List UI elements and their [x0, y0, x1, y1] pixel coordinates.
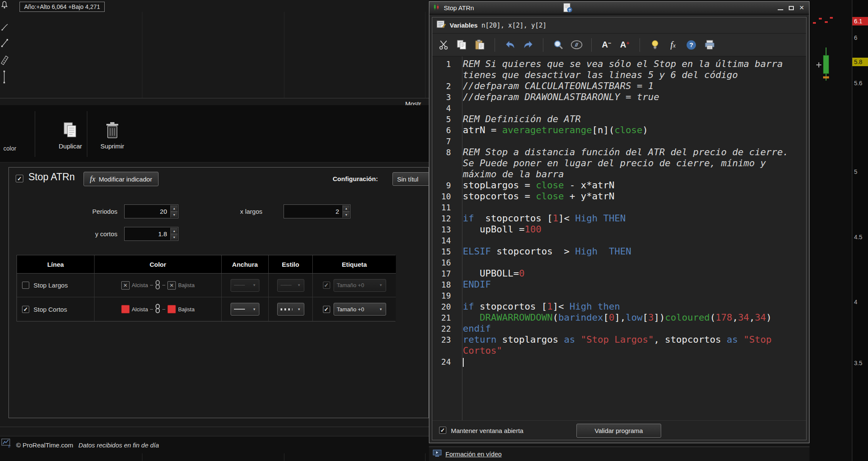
toolbar-separator	[591, 38, 592, 52]
code-line[interactable]: 12if stopcortos [1]< High THEN	[432, 213, 806, 224]
periodos-stepper[interactable]	[170, 205, 178, 218]
font-smaller-icon[interactable]: A−	[601, 39, 612, 51]
help-icon[interactable]: ?	[685, 39, 697, 51]
stop-cortos-checkbox[interactable]	[22, 306, 29, 313]
line-number: 4	[432, 103, 456, 114]
indicator-enabled-checkbox[interactable]	[16, 175, 23, 182]
code-line[interactable]: 3//defparam DRAWONLASTBARONLY = true	[432, 92, 806, 103]
code-line[interactable]: 11	[432, 202, 806, 213]
code-text: if stopcortos [1]< High THEN	[456, 213, 802, 224]
hint-icon[interactable]	[649, 39, 661, 51]
search-icon[interactable]	[552, 39, 564, 51]
code-area[interactable]: 1REM Si quieres que se vea sólo el Stop …	[432, 56, 806, 420]
help-doc-icon[interactable]: ?	[563, 3, 573, 15]
code-line[interactable]: 8REM Stop a distancia función del ATR de…	[432, 147, 806, 180]
stop-largos-checkbox[interactable]	[22, 282, 29, 289]
delete-button[interactable]: Suprimir	[94, 121, 131, 150]
timeframe-icon[interactable]: F	[1, 438, 11, 450]
step-up-icon[interactable]	[171, 205, 178, 212]
bell-icon[interactable]	[1, 1, 8, 11]
code-line[interactable]: 13 upBoll =100	[432, 224, 806, 235]
code-line[interactable]: 20if stopcortos [1]< High then	[432, 301, 806, 312]
alcista-color-swatch[interactable]	[121, 305, 130, 313]
link-colors-icon[interactable]	[155, 280, 160, 291]
config-name-button[interactable]: Sin títul	[392, 172, 429, 186]
line-number: 15	[432, 246, 456, 257]
code-line[interactable]: 1REM Si quieres que se vea sólo el Stop …	[432, 59, 806, 81]
segment-tool-icon[interactable]	[1, 38, 8, 50]
code-line[interactable]: 4	[432, 103, 806, 114]
style-dropdown[interactable]	[277, 303, 304, 316]
price-axis[interactable]: 6.165.85.654.543.5	[852, 0, 868, 461]
label-size-dropdown[interactable]: Tamaño +0	[334, 303, 386, 316]
y-cortos-input[interactable]: 1.8	[124, 227, 178, 241]
bajista-color-swatch[interactable]	[167, 305, 176, 313]
label-checkbox[interactable]	[323, 282, 330, 289]
modify-indicator-button[interactable]: fx Modificar indicador	[83, 172, 159, 186]
code-line[interactable]: 16	[432, 257, 806, 268]
style-dropdown[interactable]	[277, 279, 304, 292]
code-line[interactable]: 6atrN = averagetruerange[n](close)	[432, 125, 806, 136]
code-line[interactable]: 7	[432, 136, 806, 147]
price-axis-label: 5.8	[852, 58, 868, 66]
copyright-link[interactable]: © ProRealTime.com	[16, 441, 73, 449]
comment-icon[interactable]: //	[570, 39, 582, 51]
mini-chart-area[interactable]	[810, 0, 852, 461]
alcista-label: Alcista	[132, 306, 148, 313]
label-size-dropdown[interactable]: Tamaño +0	[334, 279, 386, 292]
chart-area[interactable]: Año:+Alto 6,064 +Bajo 4,271 Mostr color …	[0, 0, 429, 461]
bajista-color-swatch[interactable]	[167, 281, 176, 290]
keep-open-checkbox[interactable]	[439, 427, 446, 434]
code-line[interactable]: 18ENDIF	[432, 279, 806, 290]
link-colors-icon[interactable]	[155, 304, 160, 315]
step-down-icon[interactable]	[343, 212, 350, 218]
label-checkbox[interactable]	[323, 306, 330, 313]
video-training-link[interactable]: Formación en vídeo	[445, 450, 502, 458]
step-down-icon[interactable]	[171, 234, 178, 240]
code-line[interactable]: 17 UPBOLL=0	[432, 268, 806, 279]
variables-bar[interactable]: Variables n[20], x[2], y[2]	[432, 17, 806, 34]
y-cortos-stepper[interactable]	[170, 228, 178, 240]
maximize-icon[interactable]	[789, 4, 794, 12]
line-number: 9	[432, 180, 456, 191]
trend-tool-icon[interactable]	[1, 23, 8, 34]
code-line[interactable]: 19	[432, 290, 806, 301]
step-down-icon[interactable]	[171, 212, 178, 218]
editor-titlebar[interactable]: Stop ATRn ? ×	[429, 2, 809, 14]
duplicate-button[interactable]: Duplicar	[50, 121, 91, 150]
cut-icon[interactable]	[437, 39, 449, 51]
minimize-icon[interactable]	[778, 4, 783, 12]
ruler-tool-icon[interactable]	[1, 54, 8, 67]
code-line[interactable]: 10stopcortos = close + y*atrN	[432, 191, 806, 202]
x-largos-input[interactable]: 2	[284, 204, 351, 218]
undo-icon[interactable]	[504, 39, 516, 51]
redo-icon[interactable]	[522, 39, 534, 51]
alcista-color-swatch[interactable]	[121, 281, 130, 290]
code-line[interactable]: 21 DRAWARROWDOWN(barindex[0],low[3])colo…	[432, 312, 806, 323]
paste-icon[interactable]	[474, 39, 486, 51]
validate-button[interactable]: Validar programa	[576, 424, 661, 438]
code-line[interactable]: 23return stoplargos as "Stop Largos", st…	[432, 334, 806, 356]
code-line[interactable]: 9stopLargos = close - x*atrN	[432, 180, 806, 191]
step-up-icon[interactable]	[343, 205, 350, 212]
fx-icon[interactable]: fx	[667, 39, 679, 51]
code-line[interactable]: 15ELSIF stopcortos > High THEN	[432, 246, 806, 257]
font-larger-icon[interactable]: A+	[619, 39, 631, 51]
code-line[interactable]: 14	[432, 235, 806, 246]
x-largos-stepper[interactable]	[342, 205, 350, 218]
step-up-icon[interactable]	[171, 228, 178, 234]
code-line[interactable]: 22endif	[432, 323, 806, 334]
code-line[interactable]: 24	[432, 356, 806, 367]
data-note: Datos recibidos en fin de día	[78, 441, 159, 449]
code-line[interactable]: 2//defparam CALCULATEONLASTBARS = 1	[432, 81, 806, 92]
vline-tool-icon[interactable]	[1, 70, 8, 85]
width-dropdown[interactable]	[231, 303, 259, 316]
print-icon[interactable]	[704, 39, 715, 51]
periodos-input[interactable]: 20	[124, 204, 178, 218]
close-icon[interactable]: ×	[799, 4, 804, 12]
copy-icon[interactable]	[456, 39, 467, 51]
width-dropdown[interactable]	[231, 279, 259, 292]
line-number: 18	[432, 279, 456, 290]
editor-toolbar: //A−A+fx?	[432, 34, 806, 56]
code-line[interactable]: 5REM Definición de ATR	[432, 114, 806, 125]
